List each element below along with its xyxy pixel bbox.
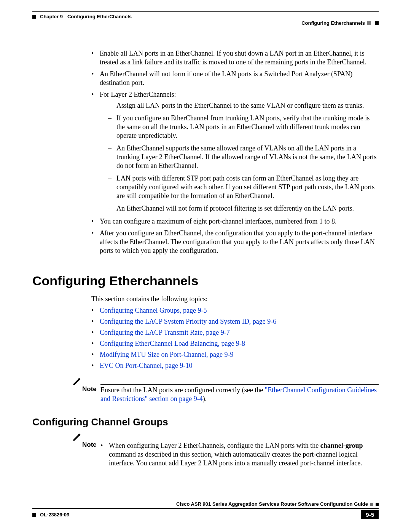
note-body: When configuring Layer 2 EtherChannels, … <box>100 440 379 471</box>
pencil-icon <box>72 377 82 385</box>
header-marker-icon <box>375 21 379 25</box>
note-label: Note <box>82 377 100 393</box>
header-accent-icon <box>367 21 371 25</box>
list-item: For Layer 2 EtherChannels: Assign all LA… <box>91 90 379 213</box>
note-callout: Note Ensure that the LAN ports are confi… <box>32 377 379 404</box>
list-item: You can configure a maximum of eight por… <box>91 217 379 226</box>
note-body: Ensure that the LAN ports are configured… <box>100 384 379 404</box>
pencil-icon <box>72 433 82 441</box>
footer-accent-icon <box>370 503 373 506</box>
header-rule-top <box>32 11 379 12</box>
subsection-heading: Configuring Channel Groups <box>32 416 379 428</box>
list-item: Enable all LAN ports in an EtherChannel.… <box>91 49 379 67</box>
footer-doc-title-row: Cisco ASR 901 Series Aggregation Service… <box>32 501 379 508</box>
list-item-text: For Layer 2 EtherChannels: <box>100 91 176 98</box>
footer-doc-title: Cisco ASR 901 Series Aggregation Service… <box>176 501 368 507</box>
chapter-number: Chapter 9 <box>40 14 63 19</box>
section-heading: Configuring Etherchannels <box>32 273 379 288</box>
note-text-prefix: When configuring Layer 2 EtherChannels, … <box>109 442 320 449</box>
xref-link[interactable]: Configuring Channel Groups, page 9-5 <box>100 307 207 314</box>
footer-accent-icon <box>376 503 379 506</box>
note-text-prefix: Ensure that the LAN ports are configured… <box>100 386 265 394</box>
list-item: An EtherChannel will not form if one of … <box>91 70 379 87</box>
list-item: LAN ports with different STP port path c… <box>108 174 379 200</box>
note-text-suffix: command as described in this section, wh… <box>109 451 362 467</box>
footer-marker-icon <box>32 513 36 517</box>
header-marker-icon <box>32 15 36 19</box>
breadcrumb: Configuring Etherchannels <box>301 20 365 26</box>
list-item: Configuring Channel Groups, page 9-5 <box>91 305 379 316</box>
chapter-title: Configuring EtherChannels <box>67 14 132 19</box>
footer-bottom-row: OL-23826-09 9-5 <box>32 509 379 519</box>
list-item: If you configure an EtherChannel from tr… <box>108 114 379 140</box>
note-label: Note <box>82 433 100 449</box>
doc-id-text: OL-23826-09 <box>40 512 69 518</box>
document-page: Chapter 9 Configuring EtherChannels Conf… <box>0 0 411 532</box>
list-item: An EtherChannel will not form if protoco… <box>108 204 379 213</box>
sub-bullet-list: Assign all LAN ports in the EtherChannel… <box>100 101 379 213</box>
page-number-badge: 9-5 <box>361 510 379 519</box>
xref-link[interactable]: Modifying MTU Size on Port-Channel, page… <box>100 351 233 358</box>
list-item: Configuring EtherChannel Load Balancing,… <box>91 339 379 349</box>
list-item: Configuring the LACP System Priority and… <box>91 316 379 327</box>
page-content: Enable all LAN ports in an EtherChannel.… <box>32 28 379 471</box>
list-item: When configuring Layer 2 EtherChannels, … <box>100 441 379 468</box>
xref-link[interactable]: Configuring the LACP System Priority and… <box>100 318 276 325</box>
topic-link-list: Configuring Channel Groups, page 9-5 Con… <box>32 305 379 371</box>
list-item: Assign all LAN ports in the EtherChannel… <box>108 101 379 110</box>
list-item: An EtherChannel supports the same allowe… <box>108 144 379 170</box>
list-item: EVC On Port-Channel, page 9-10 <box>91 361 379 371</box>
xref-link[interactable]: EVC On Port-Channel, page 9-10 <box>100 362 192 369</box>
bullet-list-top: Enable all LAN ports in an EtherChannel.… <box>32 49 379 255</box>
page-footer: Cisco ASR 901 Series Aggregation Service… <box>32 501 379 519</box>
command-keyword: channel-group <box>320 442 363 449</box>
footer-doc-id: OL-23826-09 <box>32 512 69 518</box>
list-item: Modifying MTU Size on Port-Channel, page… <box>91 350 379 360</box>
note-text-suffix: ). <box>203 395 207 403</box>
list-item: Configuring the LACP Transmit Rate, page… <box>91 328 379 338</box>
running-header: Chapter 9 Configuring EtherChannels <box>32 12 379 20</box>
xref-link[interactable]: Configuring EtherChannel Load Balancing,… <box>100 340 245 347</box>
running-header-sub: Configuring Etherchannels <box>32 20 379 28</box>
note-callout: Note When configuring Layer 2 EtherChann… <box>32 433 379 471</box>
intro-paragraph: This section contains the following topi… <box>32 295 379 303</box>
xref-link[interactable]: Configuring the LACP Transmit Rate, page… <box>100 329 230 336</box>
list-item: After you configure an EtherChannel, the… <box>91 229 379 255</box>
